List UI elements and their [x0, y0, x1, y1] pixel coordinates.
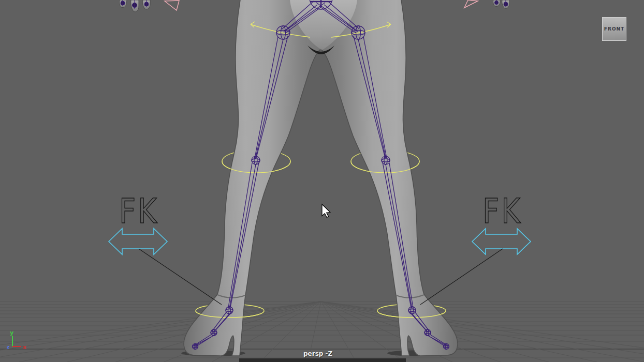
y-axis-label: y — [10, 329, 13, 336]
fk-right-label[interactable]: FK — [482, 191, 522, 231]
fk-left-arrow[interactable] — [109, 229, 167, 254]
fk-right-connector-line — [420, 249, 503, 305]
right-leg-mesh[interactable] — [320, 0, 458, 356]
right-pole-vector-triangle[interactable] — [464, 0, 478, 8]
fk-left-connector-line — [139, 249, 222, 305]
viewport-canvas[interactable]: FK FK y x z — [0, 0, 644, 362]
x-axis-label: x — [23, 344, 26, 351]
front-view-button[interactable]: FRONT — [602, 17, 626, 41]
left-leg-mesh[interactable] — [184, 0, 321, 356]
fk-right-arrow[interactable] — [472, 229, 531, 254]
fk-left-label[interactable]: FK — [119, 191, 159, 231]
z-axis-label: z — [7, 344, 9, 350]
left-pole-vector-triangle[interactable] — [165, 1, 179, 10]
cursor-icon — [322, 204, 330, 218]
camera-label: persp -Z — [303, 350, 332, 357]
fk-controls: FK FK — [109, 191, 531, 305]
